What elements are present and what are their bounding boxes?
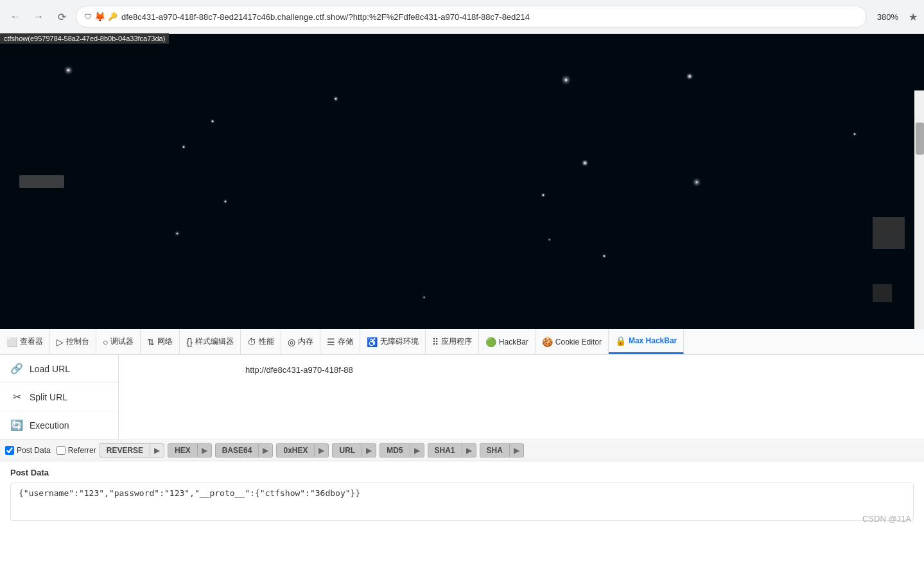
url-encode-label: URL [332, 443, 362, 457]
forward-button[interactable]: → [30, 8, 48, 26]
browser-chrome: ← → ⟳ 🛡 🦊 🔑 380% ★ [0, 0, 924, 34]
gray-rect-3 [873, 284, 892, 302]
hackbar-panel: 🔗 Load URL ✂ Split URL 🔄 Execution Post … [0, 355, 924, 530]
shield-icon: 🛡 [84, 12, 92, 21]
debugger-label: 调试器 [110, 336, 134, 347]
url-input[interactable] [121, 12, 859, 22]
split-url-label: Split URL [30, 392, 67, 402]
toolbar-inspector[interactable]: ⬜ 查看器 [0, 329, 50, 354]
storage-label: 存储 [338, 336, 353, 347]
sidebar-item-execution[interactable]: 🔄 Execution [0, 411, 118, 440]
post-data-section: Post Data {"username":"123","password":"… [0, 461, 924, 530]
inspector-label: 查看器 [20, 336, 43, 347]
accessibility-icon: ♿ [367, 337, 378, 347]
refresh-button[interactable]: ⟳ [53, 8, 71, 26]
hackbar-sidebar: 🔗 Load URL ✂ Split URL 🔄 Execution [0, 355, 119, 440]
sha-label: SHA [480, 443, 509, 457]
storage-icon: ☰ [327, 337, 335, 347]
sha1-label: SHA1 [428, 443, 462, 457]
base64-label: BASE64 [215, 443, 259, 457]
post-data-checkbox-item[interactable]: Post Data [5, 446, 51, 455]
scrollbar-thumb[interactable] [916, 123, 924, 155]
execution-icon: 🔄 [10, 419, 23, 431]
hex-btn[interactable]: HEX ▶ [168, 443, 212, 457]
url-encode-btn[interactable]: URL ▶ [332, 443, 376, 457]
post-data-title: Post Data [10, 468, 914, 477]
memory-icon: ◎ [288, 337, 295, 347]
sidebar-item-split-url[interactable]: ✂ Split URL [0, 383, 118, 411]
sha-btn[interactable]: SHA ▶ [480, 443, 524, 457]
toolbar-console[interactable]: ▷ 控制台 [50, 329, 96, 354]
post-data-checkbox-label: Post Data [17, 446, 51, 455]
toolbar-application[interactable]: ⠿ 应用程序 [426, 329, 479, 354]
toolbar-network[interactable]: ⇅ 网络 [141, 329, 180, 354]
max-hackbar-icon: 🔒 [615, 336, 626, 346]
encode-decode-row: Post Data Referrer REVERSE ▶ HEX ▶ BASE6… [0, 440, 924, 461]
security-icons: 🛡 🦊 🔑 [84, 12, 118, 22]
performance-icon: ⏱ [247, 337, 256, 347]
hackbar-top: 🔗 Load URL ✂ Split URL 🔄 Execution [0, 355, 924, 440]
csdn-watermark: CSDN @J1A [862, 514, 911, 524]
0xhex-label: 0xHEX [276, 443, 314, 457]
nav-bar: ← → ⟳ 🛡 🦊 🔑 380% ★ [0, 0, 924, 33]
devtools-toolbar: ⬜ 查看器 ▷ 控制台 ○ 调试器 ⇅ 网络 {} 样式编辑器 ⏱ 性能 ◎ 内… [0, 329, 924, 355]
network-label: 网络 [157, 336, 173, 347]
md5-arrow: ▶ [410, 443, 424, 457]
toolbar-cookie-editor[interactable]: 🍪 Cookie Editor [536, 329, 609, 354]
hackbar-icon: 🟢 [485, 337, 496, 347]
url-encode-arrow: ▶ [362, 443, 376, 457]
toolbar-hackbar[interactable]: 🟢 HackBar [479, 329, 536, 354]
performance-label: 性能 [259, 336, 274, 347]
application-icon: ⠿ [432, 337, 439, 347]
post-data-textarea[interactable]: {"username":"123","password":"123","__pr… [10, 483, 914, 521]
gray-rect-1 [19, 175, 64, 188]
toolbar-memory[interactable]: ◎ 内存 [281, 329, 320, 354]
tracker-icon: 🦊 [94, 12, 105, 22]
url-input-area [238, 355, 361, 440]
base64-arrow: ▶ [258, 443, 273, 457]
execution-label: Execution [30, 420, 69, 431]
reverse-btn[interactable]: REVERSE ▶ [100, 443, 164, 457]
address-bar-container: 🛡 🦊 🔑 [76, 6, 867, 28]
0xhex-btn[interactable]: 0xHEX ▶ [276, 443, 329, 457]
scrollbar-area[interactable] [914, 90, 924, 329]
sha1-arrow: ▶ [462, 443, 476, 457]
tooltip-bar: ctfshow(e9579784-58a2-47ed-8b0b-04a33fca… [0, 33, 169, 44]
reverse-arrow: ▶ [150, 443, 164, 457]
style-editor-label: 样式编辑器 [195, 336, 234, 347]
toolbar-debugger[interactable]: ○ 调试器 [96, 329, 141, 354]
accessibility-label: 无障碍环境 [380, 336, 419, 347]
split-icon: ✂ [10, 391, 23, 403]
cookie-icon: 🍪 [542, 337, 553, 347]
reverse-label: REVERSE [100, 443, 150, 457]
referrer-checkbox[interactable] [57, 446, 65, 455]
hackbar-url-field[interactable] [245, 360, 353, 379]
page-content [0, 34, 924, 329]
hex-label: HEX [168, 443, 197, 457]
sha1-btn[interactable]: SHA1 ▶ [428, 443, 476, 457]
toolbar-accessibility[interactable]: ♿ 无障碍环境 [360, 329, 426, 354]
toolbar-performance[interactable]: ⏱ 性能 [241, 329, 281, 354]
post-data-checkbox[interactable] [5, 446, 14, 455]
lock-icon: 🔑 [108, 12, 118, 21]
console-label: 控制台 [66, 336, 89, 347]
debugger-icon: ○ [103, 337, 108, 347]
back-button[interactable]: ← [6, 8, 24, 26]
base64-btn[interactable]: BASE64 ▶ [215, 443, 274, 457]
referrer-label: Referrer [68, 446, 96, 455]
hackbar-label: HackBar [499, 338, 528, 346]
0xhex-arrow: ▶ [314, 443, 329, 457]
load-url-label: Load URL [30, 364, 70, 374]
sha-arrow: ▶ [509, 443, 524, 457]
style-editor-icon: {} [186, 337, 192, 347]
referrer-checkbox-item[interactable]: Referrer [57, 446, 96, 455]
toolbar-max-hackbar[interactable]: 🔒 Max HackBar [609, 329, 684, 354]
toolbar-storage[interactable]: ☰ 存储 [320, 329, 360, 354]
toolbar-style-editor[interactable]: {} 样式编辑器 [180, 329, 240, 354]
bookmark-star[interactable]: ★ [909, 11, 918, 23]
link-icon: 🔗 [10, 363, 23, 375]
sidebar-item-load-url[interactable]: 🔗 Load URL [0, 355, 118, 383]
md5-btn[interactable]: MD5 ▶ [379, 443, 424, 457]
md5-label: MD5 [379, 443, 409, 457]
cookie-editor-label: Cookie Editor [555, 338, 602, 346]
